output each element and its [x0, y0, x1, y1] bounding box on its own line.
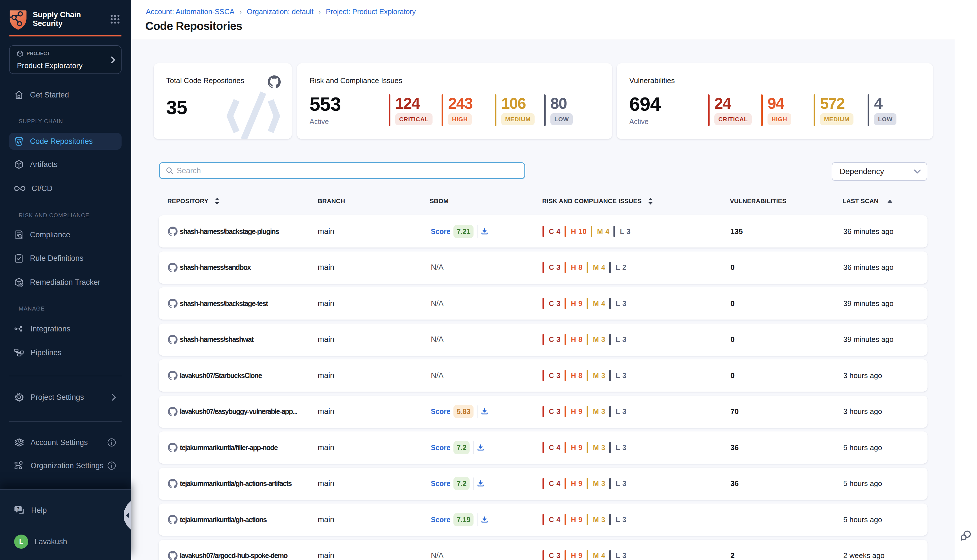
svg-text:?: ?: [17, 506, 20, 512]
